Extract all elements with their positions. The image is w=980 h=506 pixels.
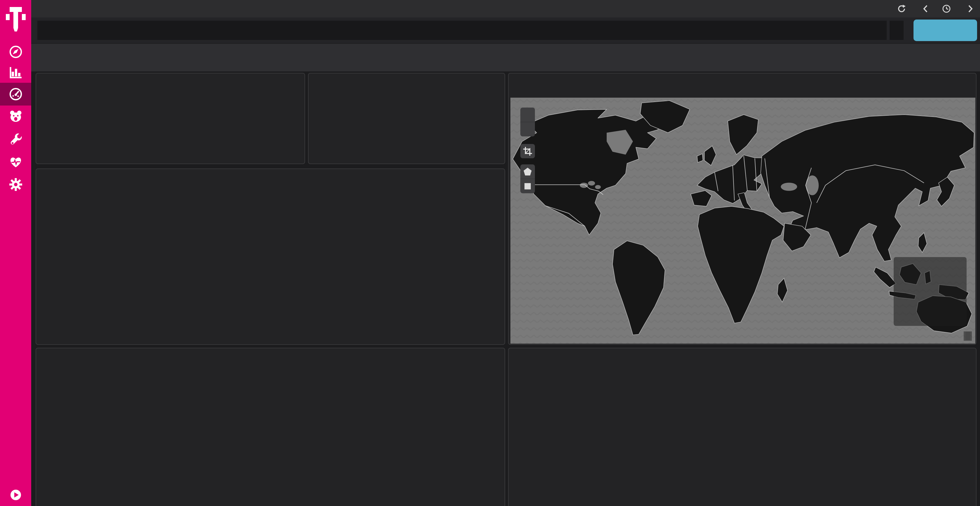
auto-refresh-button[interactable] [897,5,909,13]
chevron-left-icon [922,5,929,13]
time-range-button[interactable] [942,5,954,13]
map-fit-control [520,144,535,158]
time-back-button[interactable] [922,5,929,13]
kibana-dashboard [0,0,980,506]
clock-icon [942,5,951,13]
attacks-line-chart[interactable] [36,169,504,344]
sidebar [0,0,31,506]
query-options-link[interactable] [889,21,904,40]
top-navbar [31,0,980,17]
gauge-icon [9,87,23,101]
panel-heralding-attacks-histogram [36,168,505,345]
map-draw-rectangle-button[interactable] [520,179,535,193]
world-map[interactable] [511,98,975,344]
polygon-icon [522,167,533,177]
heartbeat-icon [9,155,23,169]
panel-heralding-protocols-histogram [36,348,505,506]
refresh-cycle-icon [897,5,906,13]
map-attribution [964,332,972,341]
gear-icon [9,178,23,192]
panel-heralding-attacks-metric [308,73,505,164]
crop-icon [522,146,533,157]
sidebar-item-monitoring[interactable] [0,151,31,173]
sidebar-item-management[interactable] [0,173,31,196]
sidebar-item-discover[interactable] [0,41,31,63]
elastic-maps-link[interactable] [968,332,970,340]
sidebar-item-dashboard[interactable] [0,83,31,106]
wrench-icon [9,132,23,146]
chevron-right-icon [967,5,974,13]
protocols-bar-chart[interactable] [36,348,504,506]
panel-heralding-attacks-bar [36,73,305,164]
map-zoom-out-button[interactable] [520,122,535,136]
tmobile-t-icon [5,6,26,36]
filter-bar [31,43,980,71]
query-bar [31,17,980,43]
map-zoom-in-button[interactable] [520,108,535,122]
search-input[interactable] [49,25,887,36]
refresh-button[interactable] [913,19,977,41]
panel-heralding-attack-map [508,73,977,345]
rectangle-icon [522,181,533,192]
sidebar-item-dev-tools[interactable] [0,128,31,151]
panel-attacks-by-country-histogram [508,348,977,506]
add-filter-button[interactable] [40,53,42,63]
time-forward-button[interactable] [967,5,974,13]
sidebar-item-visualize[interactable] [0,61,31,84]
map-draw-polygon-button[interactable] [520,164,535,179]
bar-chart-icon [9,65,23,79]
breadcrumb [37,4,45,14]
bear-icon [8,109,23,124]
sidebar-collapse-button[interactable] [0,489,31,501]
map-zoom-controls [520,108,535,136]
map-draw-controls [520,164,535,193]
map-fit-data-button[interactable] [520,144,535,158]
sidebar-item-honeypot[interactable] [0,105,31,128]
search-input-container [37,21,887,40]
country-area-chart[interactable] [509,348,976,506]
osm-link[interactable] [966,332,968,340]
compass-icon [9,45,23,59]
tmobile-logo[interactable] [0,6,31,36]
map-count-legend [894,257,967,326]
play-circle-icon [10,489,22,501]
attacks-bar-chart[interactable] [36,73,304,163]
